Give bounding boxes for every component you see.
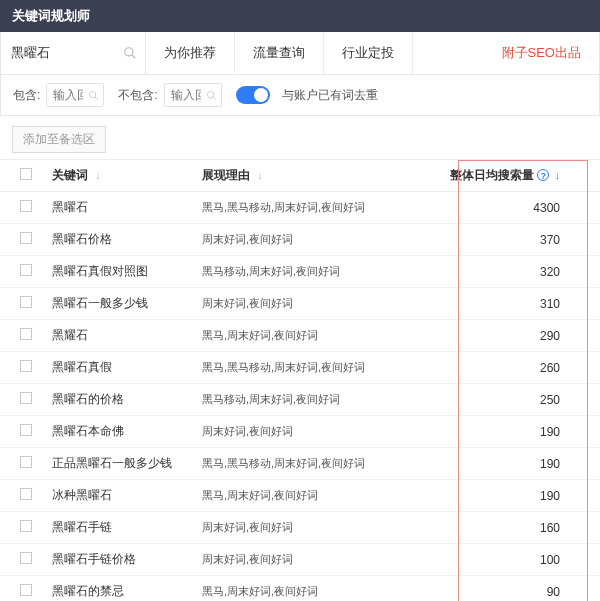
row-checkbox-cell[interactable] (0, 232, 52, 247)
checkbox-icon[interactable] (20, 392, 32, 404)
tab-bar: 为你推荐 流量查询 行业定投 (146, 32, 484, 74)
include-input-wrap[interactable] (46, 83, 104, 107)
row-checkbox-cell[interactable] (0, 328, 52, 343)
tab-industry[interactable]: 行业定投 (324, 32, 413, 74)
cell-reason: 周末好词,夜间好词 (202, 424, 422, 439)
checkbox-icon[interactable] (20, 456, 32, 468)
table-row: 黑曜石真假对照图黑马移动,周末好词,夜间好词320 (0, 256, 600, 288)
cell-reason: 黑马移动,周末好词,夜间好词 (202, 392, 422, 407)
cell-keyword[interactable]: 黑曜石本命佛 (52, 423, 202, 440)
tab-recommend[interactable]: 为你推荐 (146, 32, 235, 74)
cell-reason: 周末好词,夜间好词 (202, 520, 422, 535)
table-row: 黑曜石手链价格周末好词,夜间好词100 (0, 544, 600, 576)
row-checkbox-cell[interactable] (0, 488, 52, 503)
cell-reason: 黑马移动,周末好词,夜间好词 (202, 264, 422, 279)
row-checkbox-cell[interactable] (0, 360, 52, 375)
cell-volume: 190 (422, 425, 600, 439)
checkbox-icon[interactable] (20, 584, 32, 596)
header-reason[interactable]: 展现理由 ↓ (202, 167, 422, 184)
cell-volume: 190 (422, 489, 600, 503)
svg-point-2 (90, 91, 96, 97)
cell-reason: 黑马,周末好词,夜间好词 (202, 328, 422, 343)
window-titlebar: 关键词规划师 (0, 0, 600, 32)
cell-keyword[interactable]: 黑曜石手链 (52, 519, 202, 536)
cell-keyword[interactable]: 黑耀石 (52, 327, 202, 344)
table-row: 黑曜石手链周末好词,夜间好词160 (0, 512, 600, 544)
checkbox-icon[interactable] (20, 264, 32, 276)
search-icon[interactable] (206, 90, 217, 101)
sort-active-icon[interactable]: ↓ (555, 169, 561, 181)
brand-link[interactable]: 附子SEO出品 (484, 32, 599, 74)
checkbox-icon[interactable] (20, 424, 32, 436)
filter-bar: 包含: 不包含: 与账户已有词去重 (0, 75, 600, 116)
header-checkbox-cell[interactable] (0, 168, 52, 183)
cell-keyword[interactable]: 黑曜石真假对照图 (52, 263, 202, 280)
cell-keyword[interactable]: 黑曜石的禁忌 (52, 583, 202, 600)
dedupe-toggle-label: 与账户已有词去重 (282, 87, 378, 104)
add-to-candidates-button[interactable]: 添加至备选区 (12, 126, 106, 153)
search-icon[interactable] (123, 46, 137, 60)
cell-keyword[interactable]: 冰种黑曜石 (52, 487, 202, 504)
header-keyword-label: 关键词 (52, 168, 88, 182)
cell-reason: 黑马,周末好词,夜间好词 (202, 488, 422, 503)
checkbox-icon[interactable] (20, 200, 32, 212)
header-volume[interactable]: 整体日均搜索量 ? ↓ (422, 167, 600, 184)
row-checkbox-cell[interactable] (0, 584, 52, 599)
cell-volume: 100 (422, 553, 600, 567)
row-checkbox-cell[interactable] (0, 392, 52, 407)
row-checkbox-cell[interactable] (0, 296, 52, 311)
header-keyword[interactable]: 关键词 ↓ (52, 167, 202, 184)
cell-keyword[interactable]: 黑曜石 (52, 199, 202, 216)
cell-keyword[interactable]: 正品黑曜石一般多少钱 (52, 455, 202, 472)
checkbox-icon[interactable] (20, 328, 32, 340)
dedupe-toggle[interactable] (236, 86, 270, 104)
include-label: 包含: (13, 87, 40, 104)
cell-keyword[interactable]: 黑曜石手链价格 (52, 551, 202, 568)
cell-keyword[interactable]: 黑曜石价格 (52, 231, 202, 248)
cell-volume: 160 (422, 521, 600, 535)
checkbox-icon[interactable] (20, 360, 32, 372)
row-checkbox-cell[interactable] (0, 552, 52, 567)
table-row: 黑曜石的禁忌黑马,周末好词,夜间好词90 (0, 576, 600, 601)
search-icon[interactable] (88, 90, 99, 101)
sort-icon[interactable]: ↓ (95, 169, 101, 181)
window-title: 关键词规划师 (12, 8, 90, 23)
table-row: 黑曜石黑马,黑马移动,周末好词,夜间好词4300 (0, 192, 600, 224)
row-checkbox-cell[interactable] (0, 264, 52, 279)
header-volume-label: 整体日均搜索量 (450, 168, 534, 182)
row-checkbox-cell[interactable] (0, 200, 52, 215)
help-icon[interactable]: ? (537, 169, 549, 181)
cell-volume: 320 (422, 265, 600, 279)
row-checkbox-cell[interactable] (0, 424, 52, 439)
cell-volume: 370 (422, 233, 600, 247)
sort-icon[interactable]: ↓ (257, 169, 263, 181)
row-checkbox-cell[interactable] (0, 456, 52, 471)
cell-volume: 310 (422, 297, 600, 311)
cell-volume: 290 (422, 329, 600, 343)
checkbox-icon[interactable] (20, 168, 32, 180)
checkbox-icon[interactable] (20, 232, 32, 244)
table-row: 正品黑曜石一般多少钱黑马,黑马移动,周末好词,夜间好词190 (0, 448, 600, 480)
table-row: 黑曜石价格周末好词,夜间好词370 (0, 224, 600, 256)
exclude-label: 不包含: (118, 87, 157, 104)
tab-traffic[interactable]: 流量查询 (235, 32, 324, 74)
checkbox-icon[interactable] (20, 552, 32, 564)
cell-volume: 90 (422, 585, 600, 599)
cell-reason: 黑马,黑马移动,周末好词,夜间好词 (202, 456, 422, 471)
checkbox-icon[interactable] (20, 520, 32, 532)
cell-keyword[interactable]: 黑曜石的价格 (52, 391, 202, 408)
svg-line-1 (132, 55, 136, 59)
row-checkbox-cell[interactable] (0, 520, 52, 535)
cell-keyword[interactable]: 黑曜石真假 (52, 359, 202, 376)
results-table: 关键词 ↓ 展现理由 ↓ 整体日均搜索量 ? ↓ 黑曜石黑马,黑马移动,周末好词… (0, 159, 600, 601)
checkbox-icon[interactable] (20, 296, 32, 308)
search-box[interactable] (1, 32, 146, 74)
cell-keyword[interactable]: 黑曜石一般多少钱 (52, 295, 202, 312)
cell-reason: 周末好词,夜间好词 (202, 552, 422, 567)
exclude-input-wrap[interactable] (164, 83, 222, 107)
top-bar: 为你推荐 流量查询 行业定投 附子SEO出品 (0, 32, 600, 75)
table-body: 黑曜石黑马,黑马移动,周末好词,夜间好词4300黑曜石价格周末好词,夜间好词37… (0, 192, 600, 601)
cell-reason: 黑马,黑马移动,周末好词,夜间好词 (202, 360, 422, 375)
svg-point-4 (207, 91, 213, 97)
checkbox-icon[interactable] (20, 488, 32, 500)
